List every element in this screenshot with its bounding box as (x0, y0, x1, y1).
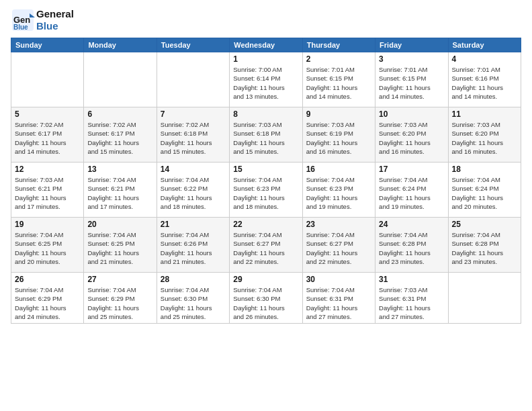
calendar-cell (157, 52, 229, 107)
day-info: Sunrise: 7:04 AM Sunset: 6:24 PM Dayligh… (452, 175, 517, 211)
weekday-header-monday: Monday (84, 38, 157, 52)
calendar-cell (84, 52, 157, 107)
day-number: 6 (87, 109, 152, 119)
day-number: 31 (379, 275, 444, 284)
calendar-cell (448, 273, 521, 324)
day-number: 22 (233, 220, 298, 229)
day-info: Sunrise: 7:02 AM Sunset: 6:17 PM Dayligh… (87, 120, 152, 156)
day-info: Sunrise: 7:01 AM Sunset: 6:16 PM Dayligh… (452, 65, 517, 101)
calendar-cell: 13Sunrise: 7:04 AM Sunset: 6:21 PM Dayli… (84, 163, 157, 218)
day-number: 20 (87, 220, 152, 229)
day-info: Sunrise: 7:04 AM Sunset: 6:23 PM Dayligh… (306, 175, 371, 211)
day-number: 12 (15, 165, 80, 174)
calendar-cell: 5Sunrise: 7:02 AM Sunset: 6:17 PM Daylig… (11, 107, 84, 163)
day-number: 18 (452, 165, 517, 174)
day-number: 1 (233, 54, 298, 64)
week-row-5: 26Sunrise: 7:04 AM Sunset: 6:29 PM Dayli… (11, 273, 521, 324)
calendar-cell: 19Sunrise: 7:04 AM Sunset: 6:25 PM Dayli… (11, 218, 84, 273)
weekday-header-wednesday: Wednesday (230, 38, 302, 52)
calendar-cell: 3Sunrise: 7:01 AM Sunset: 6:15 PM Daylig… (375, 52, 448, 107)
day-info: Sunrise: 7:04 AM Sunset: 6:21 PM Dayligh… (87, 175, 152, 211)
day-info: Sunrise: 7:01 AM Sunset: 6:15 PM Dayligh… (306, 65, 371, 101)
calendar-cell: 8Sunrise: 7:03 AM Sunset: 6:18 PM Daylig… (230, 107, 302, 163)
day-number: 29 (233, 275, 298, 284)
calendar-cell: 29Sunrise: 7:04 AM Sunset: 6:30 PM Dayli… (230, 273, 302, 324)
calendar-cell: 25Sunrise: 7:04 AM Sunset: 6:28 PM Dayli… (448, 218, 521, 273)
calendar-cell: 18Sunrise: 7:04 AM Sunset: 6:24 PM Dayli… (448, 163, 521, 218)
calendar-cell: 6Sunrise: 7:02 AM Sunset: 6:17 PM Daylig… (84, 107, 157, 163)
day-info: Sunrise: 7:04 AM Sunset: 6:30 PM Dayligh… (233, 285, 298, 321)
day-number: 27 (87, 275, 152, 284)
calendar-cell: 20Sunrise: 7:04 AM Sunset: 6:25 PM Dayli… (84, 218, 157, 273)
day-info: Sunrise: 7:04 AM Sunset: 6:25 PM Dayligh… (15, 230, 80, 266)
calendar-cell: 4Sunrise: 7:01 AM Sunset: 6:16 PM Daylig… (448, 52, 521, 107)
header: Gen Blue General Blue (11, 8, 521, 32)
calendar-cell: 26Sunrise: 7:04 AM Sunset: 6:29 PM Dayli… (11, 273, 84, 324)
calendar-cell: 11Sunrise: 7:03 AM Sunset: 6:20 PM Dayli… (448, 107, 521, 163)
day-number: 2 (306, 54, 371, 64)
week-row-4: 19Sunrise: 7:04 AM Sunset: 6:25 PM Dayli… (11, 218, 521, 273)
calendar-cell: 9Sunrise: 7:03 AM Sunset: 6:19 PM Daylig… (302, 107, 375, 163)
logo-name2: Blue (36, 20, 74, 32)
calendar-cell: 23Sunrise: 7:04 AM Sunset: 6:27 PM Dayli… (302, 218, 375, 273)
calendar-cell: 15Sunrise: 7:04 AM Sunset: 6:23 PM Dayli… (230, 163, 302, 218)
calendar-cell: 10Sunrise: 7:03 AM Sunset: 6:20 PM Dayli… (375, 107, 448, 163)
calendar-cell: 7Sunrise: 7:02 AM Sunset: 6:18 PM Daylig… (157, 107, 229, 163)
day-info: Sunrise: 7:01 AM Sunset: 6:15 PM Dayligh… (379, 65, 444, 101)
day-number: 26 (15, 275, 80, 284)
weekday-header-sunday: Sunday (11, 38, 84, 52)
day-info: Sunrise: 7:04 AM Sunset: 6:29 PM Dayligh… (15, 285, 80, 321)
day-info: Sunrise: 7:03 AM Sunset: 6:20 PM Dayligh… (379, 120, 444, 156)
day-number: 16 (306, 165, 371, 174)
day-number: 23 (306, 220, 371, 229)
day-number: 24 (379, 220, 444, 229)
calendar-cell: 2Sunrise: 7:01 AM Sunset: 6:15 PM Daylig… (302, 52, 375, 107)
day-number: 30 (306, 275, 371, 284)
day-info: Sunrise: 7:04 AM Sunset: 6:24 PM Dayligh… (379, 175, 444, 211)
day-number: 11 (452, 109, 517, 119)
day-number: 15 (233, 165, 298, 174)
calendar-cell: 1Sunrise: 7:00 AM Sunset: 6:14 PM Daylig… (230, 52, 302, 107)
day-number: 3 (379, 54, 444, 64)
weekday-header-friday: Friday (375, 38, 448, 52)
calendar-cell: 30Sunrise: 7:04 AM Sunset: 6:31 PM Dayli… (302, 273, 375, 324)
logo-icon: Gen Blue (11, 8, 35, 32)
calendar-cell (11, 52, 84, 107)
day-info: Sunrise: 7:04 AM Sunset: 6:27 PM Dayligh… (233, 230, 298, 266)
day-info: Sunrise: 7:04 AM Sunset: 6:26 PM Dayligh… (161, 230, 226, 266)
day-info: Sunrise: 7:04 AM Sunset: 6:27 PM Dayligh… (306, 230, 371, 266)
day-info: Sunrise: 7:04 AM Sunset: 6:29 PM Dayligh… (87, 285, 152, 321)
day-info: Sunrise: 7:03 AM Sunset: 6:18 PM Dayligh… (233, 120, 298, 156)
day-number: 10 (379, 109, 444, 119)
day-number: 5 (15, 109, 80, 119)
week-row-2: 5Sunrise: 7:02 AM Sunset: 6:17 PM Daylig… (11, 107, 521, 163)
calendar-cell: 12Sunrise: 7:03 AM Sunset: 6:21 PM Dayli… (11, 163, 84, 218)
page: Gen Blue General Blue SundayMondayTuesda… (0, 0, 532, 411)
day-info: Sunrise: 7:04 AM Sunset: 6:28 PM Dayligh… (452, 230, 517, 266)
day-number: 7 (161, 109, 226, 119)
logo-name: General (36, 8, 74, 20)
day-number: 13 (87, 165, 152, 174)
calendar-cell: 28Sunrise: 7:04 AM Sunset: 6:30 PM Dayli… (157, 273, 229, 324)
day-number: 14 (161, 165, 226, 174)
day-number: 21 (161, 220, 226, 229)
calendar-cell: 27Sunrise: 7:04 AM Sunset: 6:29 PM Dayli… (84, 273, 157, 324)
day-info: Sunrise: 7:04 AM Sunset: 6:22 PM Dayligh… (161, 175, 226, 211)
day-number: 8 (233, 109, 298, 119)
svg-text:Blue: Blue (13, 24, 28, 31)
logo: Gen Blue General Blue (11, 8, 74, 32)
calendar-cell: 21Sunrise: 7:04 AM Sunset: 6:26 PM Dayli… (157, 218, 229, 273)
calendar-cell: 24Sunrise: 7:04 AM Sunset: 6:28 PM Dayli… (375, 218, 448, 273)
day-info: Sunrise: 7:03 AM Sunset: 6:21 PM Dayligh… (15, 175, 80, 211)
weekday-header-row: SundayMondayTuesdayWednesdayThursdayFrid… (11, 38, 521, 52)
day-number: 25 (452, 220, 517, 229)
day-info: Sunrise: 7:04 AM Sunset: 6:23 PM Dayligh… (233, 175, 298, 211)
day-number: 19 (15, 220, 80, 229)
day-info: Sunrise: 7:03 AM Sunset: 6:31 PM Dayligh… (379, 285, 444, 321)
day-info: Sunrise: 7:04 AM Sunset: 6:30 PM Dayligh… (161, 285, 226, 321)
day-info: Sunrise: 7:02 AM Sunset: 6:17 PM Dayligh… (15, 120, 80, 156)
calendar-table: SundayMondayTuesdayWednesdayThursdayFrid… (11, 38, 521, 324)
week-row-3: 12Sunrise: 7:03 AM Sunset: 6:21 PM Dayli… (11, 163, 521, 218)
weekday-header-saturday: Saturday (448, 38, 521, 52)
day-info: Sunrise: 7:04 AM Sunset: 6:28 PM Dayligh… (379, 230, 444, 266)
